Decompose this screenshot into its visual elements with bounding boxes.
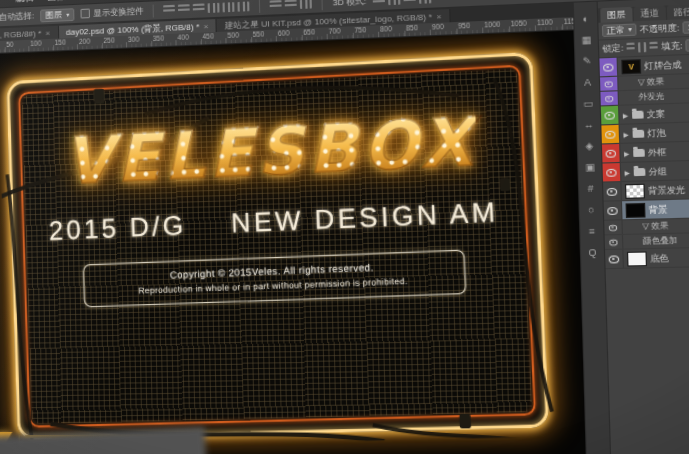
close-icon[interactable]: × bbox=[45, 28, 50, 38]
auto-select-dropdown[interactable]: 图层▾ bbox=[40, 8, 74, 22]
layer-row[interactable]: ▶灯泡 bbox=[601, 121, 689, 144]
style-icon[interactable]: ▣ bbox=[582, 159, 598, 174]
3d-drag-icon[interactable] bbox=[403, 0, 415, 4]
close-icon[interactable]: × bbox=[203, 21, 208, 31]
panel-tab-layers[interactable]: 图层 bbox=[600, 7, 632, 23]
document-canvas[interactable]: VELESBOX 2015 D/G NEW DESIGN AM Copyrigh… bbox=[0, 30, 586, 454]
layer-row[interactable]: ▶外框 bbox=[602, 141, 689, 164]
align-right-icon[interactable] bbox=[193, 3, 205, 13]
align-buttons[interactable] bbox=[163, 1, 249, 14]
layer-row-body[interactable]: ▶外框 bbox=[620, 141, 689, 162]
menu-item[interactable]: 图像 bbox=[47, 0, 66, 4]
align-middle-icon[interactable] bbox=[223, 2, 235, 12]
fill-label: 填充: bbox=[661, 40, 682, 53]
visibility-eye-toggle[interactable] bbox=[600, 91, 619, 105]
layer-thumbnail[interactable] bbox=[627, 251, 647, 266]
3d-rotate-icon[interactable] bbox=[373, 0, 385, 6]
mask-icon[interactable]: ▭ bbox=[580, 95, 596, 110]
3d-slide-icon[interactable] bbox=[419, 0, 431, 4]
menu-item[interactable]: 图层 bbox=[79, 0, 98, 3]
visibility-eye-toggle[interactable] bbox=[605, 235, 624, 249]
layer-name[interactable]: 灯牌合成 bbox=[644, 58, 681, 72]
align-bottom-icon[interactable] bbox=[238, 1, 250, 11]
rotate-icon[interactable]: ○ bbox=[583, 202, 599, 217]
ruler-tick-label: 1000 bbox=[484, 20, 500, 28]
layer-row-body[interactable]: V灯牌合成fx ▾ bbox=[618, 54, 689, 76]
effects-header-row[interactable]: ▽ 效果 bbox=[604, 218, 689, 236]
mode-3d-buttons[interactable] bbox=[373, 0, 447, 6]
opacity-value[interactable]: 100% bbox=[683, 20, 689, 34]
type-icon[interactable]: A bbox=[579, 74, 595, 89]
align-left-icon[interactable] bbox=[163, 5, 175, 15]
visibility-eye-toggle[interactable] bbox=[604, 201, 623, 219]
layer-row[interactable]: ▶文案 bbox=[601, 102, 689, 125]
3d-scale-icon[interactable] bbox=[434, 0, 446, 3]
layer-row[interactable]: ▶分组 bbox=[603, 160, 689, 183]
align-center-icon[interactable] bbox=[178, 4, 190, 14]
panel-icon[interactable]: ≡ bbox=[584, 223, 600, 238]
panel-tab-paths[interactable]: 路径 bbox=[667, 4, 689, 20]
layer-thumbnail[interactable] bbox=[625, 183, 645, 198]
adjust-icon[interactable]: ◐ bbox=[578, 11, 594, 26]
layer-row-body[interactable]: ▶灯泡 bbox=[620, 121, 689, 143]
layer-name[interactable]: 背景 bbox=[649, 203, 668, 216]
layer-name[interactable]: 底色 bbox=[650, 252, 669, 265]
expand-arrow-icon[interactable]: ▶ bbox=[623, 130, 629, 138]
shape-icon[interactable]: ◈ bbox=[581, 138, 597, 153]
zoom-icon[interactable]: Q bbox=[584, 245, 600, 260]
close-icon[interactable]: × bbox=[436, 11, 441, 21]
layer-row-body[interactable]: 背景fx ▾ bbox=[622, 198, 689, 219]
visibility-eye-toggle[interactable] bbox=[603, 182, 622, 200]
grid-icon[interactable]: # bbox=[582, 180, 598, 195]
layer-thumbnail[interactable]: V bbox=[621, 59, 641, 74]
visibility-eye-toggle[interactable] bbox=[603, 163, 622, 181]
expand-arrow-icon[interactable]: ▶ bbox=[624, 149, 630, 157]
photo-of-screen: 文件编辑图像图层文字选择滤镜3D视图窗口帮助 自动选择: 图层▾ 显示变换控件 bbox=[0, 0, 689, 454]
ruler-tick-label: 400 bbox=[177, 33, 189, 41]
layer-name[interactable]: 灯泡 bbox=[647, 126, 666, 139]
expand-arrow-icon[interactable]: ▶ bbox=[624, 168, 630, 176]
layer-thumbnail[interactable] bbox=[625, 202, 645, 217]
lock-transparent-icon[interactable] bbox=[627, 43, 635, 53]
blend-mode-select[interactable]: 正常▾ bbox=[602, 23, 637, 37]
layer-row-body[interactable]: ▶文案 bbox=[619, 102, 689, 124]
layer-row-body[interactable]: 底色 bbox=[623, 247, 689, 267]
move-icon[interactable]: ↔ bbox=[581, 117, 597, 132]
layers-panel: 图层通道路径 正常▾ 不透明度: 100% 锁定: 填充: 100% V灯牌合 bbox=[598, 3, 689, 454]
layer-name[interactable]: 分组 bbox=[648, 165, 667, 178]
visibility-eye-toggle[interactable] bbox=[601, 125, 620, 143]
ruler-tick-label: 1150 bbox=[563, 17, 573, 25]
layer-row[interactable]: 底色 bbox=[605, 247, 689, 269]
show-transform-checkbox[interactable]: 显示变换控件 bbox=[81, 5, 144, 19]
effect-item-row[interactable]: 颜色叠加 bbox=[605, 233, 689, 251]
align-top-icon[interactable] bbox=[208, 3, 220, 13]
layer-row[interactable]: 背景发光 bbox=[603, 179, 689, 202]
distribute-center-icon[interactable] bbox=[300, 0, 312, 9]
distribute-vertical-icon[interactable] bbox=[285, 0, 297, 10]
visibility-eye-toggle[interactable] bbox=[602, 144, 621, 162]
lock-pixels-icon[interactable] bbox=[638, 42, 646, 52]
visibility-eye-toggle[interactable] bbox=[600, 77, 619, 91]
distribute-horizontal-icon[interactable] bbox=[270, 0, 282, 10]
pattern-icon[interactable]: ▦ bbox=[578, 32, 594, 47]
visibility-eye-toggle[interactable] bbox=[599, 58, 618, 77]
panel-tab-channels[interactable]: 通道 bbox=[633, 5, 666, 21]
lock-all-icon[interactable] bbox=[650, 42, 658, 52]
menu-item[interactable]: 文件 bbox=[0, 0, 2, 7]
layer-name[interactable]: 外框 bbox=[648, 145, 667, 158]
pen-icon[interactable]: ✎ bbox=[579, 53, 595, 68]
layer-name[interactable]: 背景发光 bbox=[648, 183, 685, 196]
layer-row-body[interactable]: 背景发光 bbox=[621, 179, 689, 200]
menu-item[interactable]: 编辑 bbox=[15, 0, 34, 6]
visibility-eye-toggle[interactable] bbox=[604, 220, 623, 234]
3d-roll-icon[interactable] bbox=[388, 0, 400, 5]
visibility-eye-toggle[interactable] bbox=[601, 106, 620, 125]
distribute-buttons[interactable] bbox=[270, 0, 312, 10]
layer-row-body[interactable]: ▶分组 bbox=[621, 160, 689, 181]
layer-name[interactable]: 文案 bbox=[646, 107, 665, 120]
visibility-eye-toggle[interactable] bbox=[605, 250, 624, 268]
menu-item[interactable]: 文字 bbox=[111, 0, 130, 1]
expand-arrow-icon[interactable]: ▶ bbox=[623, 111, 629, 119]
layer-row[interactable]: 背景fx ▾ bbox=[604, 198, 689, 220]
ruler-tick-label: 1100 bbox=[537, 18, 553, 26]
